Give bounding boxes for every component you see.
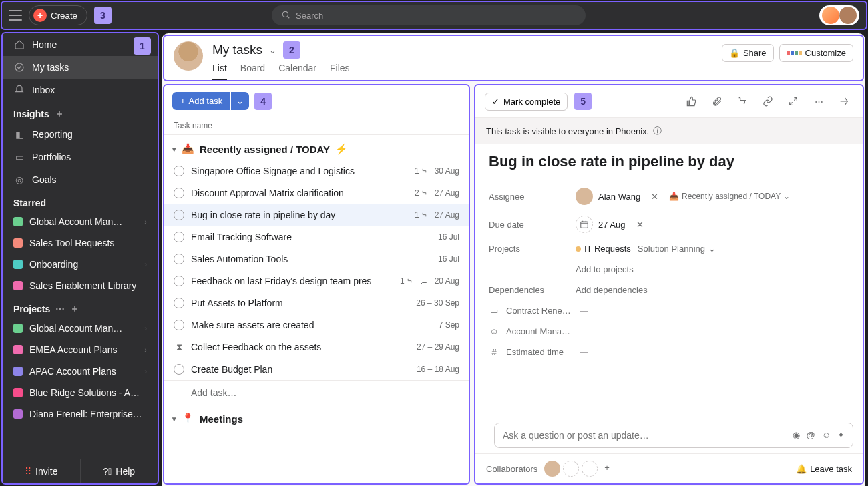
tab-list[interactable]: List bbox=[212, 63, 227, 80]
add-dependencies[interactable]: Add dependencies bbox=[576, 285, 648, 295]
star-icon[interactable]: ✦ bbox=[837, 430, 845, 441]
complete-check-icon[interactable] bbox=[174, 364, 184, 375]
add-to-projects[interactable]: Add to projects bbox=[576, 264, 634, 274]
emoji-icon[interactable]: ☺ bbox=[822, 430, 831, 441]
task-row[interactable]: Discount Approval Matrix clarification2 … bbox=[164, 182, 469, 204]
complete-check-icon[interactable] bbox=[174, 254, 184, 264]
assignee-section-dropdown[interactable]: 📥 Recently assigned / TODAY ⌄ bbox=[669, 192, 790, 201]
custom-field-time[interactable]: # Estimated time — bbox=[489, 342, 849, 362]
sidebar-project-item[interactable]: APAC Account Plans› bbox=[3, 360, 158, 382]
sidebar-starred-item[interactable]: Sales Tool Requests bbox=[3, 232, 158, 254]
task-row[interactable]: Bug in close rate in pipeline by day1 27… bbox=[164, 204, 469, 226]
complete-check-icon[interactable] bbox=[174, 276, 184, 286]
topbar: + Create 3 Search bbox=[1, 1, 867, 30]
customize-button[interactable]: Customize bbox=[779, 44, 853, 62]
expand-icon[interactable] bbox=[784, 92, 803, 111]
sidebar-insights-portfolios[interactable]: ▭Portfolios bbox=[3, 146, 158, 168]
sidebar-starred-item[interactable]: Onboarding› bbox=[3, 254, 158, 275]
view-tabs: List Board Calendar Files bbox=[212, 63, 712, 80]
assignee-chip[interactable]: Alan Wang bbox=[576, 188, 640, 205]
sidebar-project-item[interactable]: Diana Frenell: Enterprise… bbox=[3, 403, 158, 425]
task-row[interactable]: ⧗Collect Feedback on the assets27 – 29 A… bbox=[164, 336, 469, 358]
sidebar-nav-mytasks[interactable]: My tasks bbox=[3, 56, 158, 79]
task-row[interactable]: Sales Automation Tools16 Jul bbox=[164, 248, 469, 270]
promo-pill[interactable] bbox=[819, 5, 859, 25]
mark-complete-button[interactable]: ✓Mark complete bbox=[485, 93, 568, 111]
sidebar-insights-reporting[interactable]: ◧Reporting bbox=[3, 123, 158, 146]
add-task-inline[interactable]: Add task… bbox=[164, 381, 469, 405]
mention-icon[interactable]: @ bbox=[807, 430, 815, 441]
tab-files[interactable]: Files bbox=[330, 63, 350, 80]
custom-field-contract[interactable]: ▭ Contract Renew… — bbox=[489, 300, 849, 321]
task-row[interactable]: Email Tracking Software16 Jul bbox=[164, 226, 469, 248]
create-button[interactable]: + Create bbox=[29, 5, 87, 25]
hash-icon: # bbox=[489, 347, 499, 357]
like-icon[interactable] bbox=[682, 92, 701, 111]
help-button[interactable]: ?⃝Help bbox=[81, 459, 158, 483]
task-title[interactable]: Bug in close rate in pipeline by day bbox=[489, 153, 849, 170]
custom-field-manager[interactable]: ☺ Account Manager — bbox=[489, 321, 849, 342]
tab-board[interactable]: Board bbox=[240, 63, 265, 80]
tab-calendar[interactable]: Calendar bbox=[278, 63, 316, 80]
collaborator-avatar[interactable] bbox=[544, 461, 560, 477]
project-chip-solution[interactable]: Solution Planning⌄ bbox=[638, 244, 716, 254]
task-row[interactable]: Singapore Office Signage and Logistics1 … bbox=[164, 160, 469, 182]
add-collaborator-icon[interactable] bbox=[563, 461, 579, 477]
due-date-chip[interactable]: 27 Aug bbox=[576, 216, 626, 233]
section-meetings[interactable]: ▾ 📍 Meetings bbox=[164, 405, 469, 430]
task-date: 7 Sep bbox=[439, 320, 459, 330]
task-row[interactable]: Put Assets to Platform26 – 30 Sep bbox=[164, 292, 469, 314]
sidebar-starred-item[interactable]: Global Account Man…› bbox=[3, 211, 158, 232]
attachment-icon[interactable] bbox=[708, 92, 726, 111]
invite-button[interactable]: ⠿Invite bbox=[3, 459, 81, 483]
complete-check-icon[interactable] bbox=[174, 298, 184, 308]
add-task-button[interactable]: +Add task bbox=[172, 92, 230, 110]
complete-check-icon[interactable] bbox=[174, 210, 184, 220]
comment-input[interactable]: ◉ @ ☺ ✦ bbox=[494, 423, 853, 448]
caret-down-icon[interactable]: ▾ bbox=[172, 145, 176, 154]
sidebar-nav-inbox[interactable]: Inbox bbox=[3, 79, 158, 101]
more-icon[interactable]: ⋯ bbox=[809, 92, 828, 111]
comment-field[interactable] bbox=[503, 430, 786, 441]
more-icon[interactable]: ⋯ bbox=[55, 304, 65, 314]
insights-header[interactable]: Insights ＋ bbox=[3, 101, 158, 123]
add-task-dropdown[interactable]: ⌄ bbox=[231, 92, 249, 110]
leave-task-button[interactable]: 🔔 Leave task bbox=[796, 464, 852, 474]
complete-check-icon[interactable] bbox=[174, 232, 184, 242]
user-avatar[interactable] bbox=[839, 7, 857, 24]
section-recently-assigned[interactable]: ▾ 📥 Recently assigned / TODAY ⚡ bbox=[164, 135, 469, 160]
plus-icon[interactable]: ＋ bbox=[70, 303, 79, 315]
complete-check-icon[interactable] bbox=[174, 166, 184, 176]
subtask-icon[interactable] bbox=[733, 92, 752, 111]
record-icon[interactable]: ◉ bbox=[793, 430, 800, 441]
remove-date-icon[interactable]: ✕ bbox=[632, 218, 648, 231]
chevron-down-icon[interactable]: ⌄ bbox=[269, 45, 276, 55]
add-collaborator-icon[interactable] bbox=[582, 461, 598, 477]
search-input[interactable]: Search bbox=[272, 5, 586, 25]
starred-header[interactable]: Starred bbox=[3, 191, 158, 211]
link-icon[interactable] bbox=[758, 92, 777, 111]
plus-icon[interactable]: + bbox=[600, 461, 614, 477]
user-avatar[interactable] bbox=[174, 41, 203, 71]
collaborators-label: Collaborators bbox=[486, 464, 537, 474]
task-row[interactable]: Feedback on last Friday's design team pr… bbox=[164, 270, 469, 292]
sidebar-project-item[interactable]: EMEA Account Plans› bbox=[3, 339, 158, 360]
remove-assignee-icon[interactable]: ✕ bbox=[647, 190, 662, 203]
sidebar-project-item[interactable]: Global Account Man…› bbox=[3, 318, 158, 339]
sidebar-starred-item[interactable]: Sales Enablement Library bbox=[3, 275, 158, 296]
complete-check-icon[interactable] bbox=[174, 188, 184, 198]
sidebar-insights-goals[interactable]: ◎Goals bbox=[3, 168, 158, 191]
caret-down-icon[interactable]: ▾ bbox=[172, 415, 176, 423]
project-chip-it[interactable]: IT Requests bbox=[576, 244, 631, 254]
plus-icon[interactable]: ＋ bbox=[55, 108, 64, 120]
complete-check-icon[interactable] bbox=[174, 320, 184, 330]
sidebar-project-item[interactable]: Blue Ridge Solutions - A… bbox=[3, 382, 158, 403]
task-row[interactable]: Make sure assets are created7 Sep bbox=[164, 314, 469, 336]
info-icon[interactable]: ⓘ bbox=[653, 125, 662, 137]
hamburger-icon[interactable] bbox=[9, 10, 22, 21]
task-row[interactable]: Create Budget Plan16 – 18 Aug bbox=[164, 358, 469, 381]
task-name: Create Budget Plan bbox=[191, 364, 410, 375]
close-panel-icon[interactable] bbox=[835, 92, 853, 111]
share-button[interactable]: 🔒Share bbox=[722, 44, 774, 62]
projects-header[interactable]: Projects ⋯ ＋ bbox=[3, 296, 158, 318]
